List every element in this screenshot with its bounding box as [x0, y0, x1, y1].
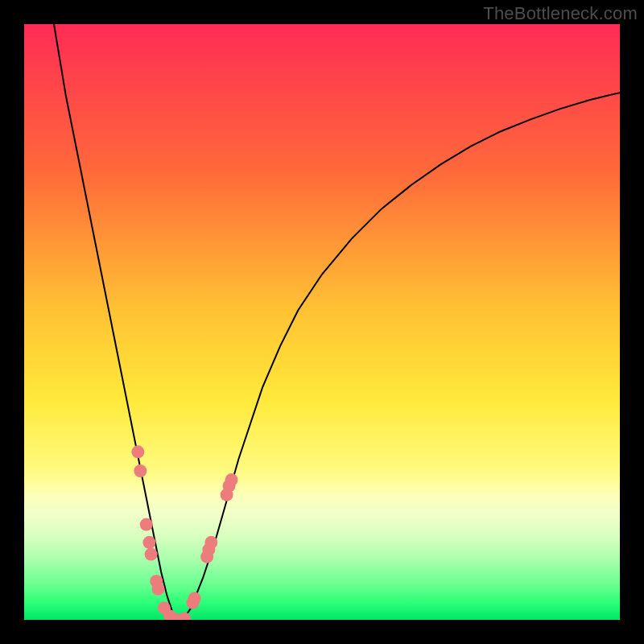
bottleneck-markers [131, 445, 237, 620]
plot-area [24, 24, 620, 620]
marker-dot [145, 548, 158, 561]
marker-dot [140, 518, 153, 531]
watermark-label: TheBottleneck.com [483, 3, 638, 24]
curve-layer [24, 24, 620, 620]
marker-dot [134, 464, 147, 477]
marker-dot [152, 583, 165, 596]
marker-dot [188, 592, 201, 605]
marker-dot [178, 613, 191, 620]
chart-frame: TheBottleneck.com [0, 0, 644, 644]
marker-dot [142, 536, 155, 549]
marker-dot [225, 473, 238, 486]
marker-dot [204, 536, 217, 549]
marker-dot [131, 445, 144, 458]
bottleneck-curve [54, 24, 620, 620]
